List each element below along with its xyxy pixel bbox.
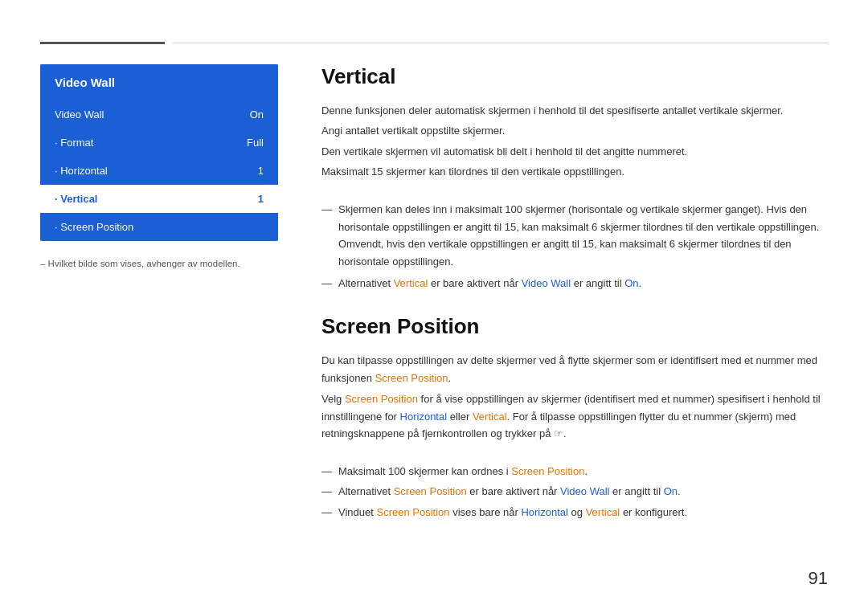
screenpos-note-3: ― Vinduet Screen Position vises bare når… [321,504,828,521]
section-screenposition-body: Du kan tilpasse oppstillingen av delte s… [321,352,828,521]
top-bar-left-line [40,42,165,44]
sidebar-item-format-label: · Format [55,137,93,149]
sidebar-item-vertical-value: 1 [258,193,264,205]
vertical-note-2-text: Alternativet Vertical er bare aktivert n… [338,275,641,292]
sidebar-item-videowall-label: Video Wall [55,108,104,121]
sidebar-item-horizontal-label: · Horizontal [55,165,108,177]
vertical-note-2: ― Alternativet Vertical er bare aktivert… [321,275,828,292]
sidebar-note: – Hvilket bilde som vises, avhenger av m… [40,259,278,268]
sidebar: Video Wall Video Wall On · Format Full ·… [40,64,278,268]
screenpos-note-1-text: Maksimalt 100 skjermer kan ordnes i Scre… [338,463,588,480]
sidebar-item-vertical[interactable]: · Vertical 1 [40,185,278,213]
section-screenposition-title: Screen Position [321,314,828,339]
vertical-para-3: Den vertikale skjermen vil automatisk bl… [321,143,828,160]
section-vertical-title: Vertical [321,64,828,89]
sidebar-item-vertical-label: · Vertical [55,193,97,205]
vertical-note-1-text: Skjermen kan deles inn i maksimalt 100 s… [338,201,828,270]
section-vertical: Vertical Denne funksjonen deler automati… [321,64,828,292]
sidebar-item-format-value: Full [247,137,264,149]
sidebar-item-format[interactable]: · Format Full [40,129,278,157]
sidebar-item-horizontal[interactable]: · Horizontal 1 [40,157,278,185]
section-screenposition: Screen Position Du kan tilpasse oppstill… [321,314,828,521]
vertical-para-4: Maksimalt 15 skjermer kan tilordnes til … [321,163,828,180]
note-dash-3: ― [321,463,332,480]
main-content: Vertical Denne funksjonen deler automati… [321,64,828,524]
note-dash-1: ― [321,201,332,218]
sidebar-item-horizontal-value: 1 [258,165,264,177]
note-dash-2: ― [321,275,332,292]
screenpos-note-1: ― Maksimalt 100 skjermer kan ordnes i Sc… [321,463,828,480]
screenpos-para-1: Du kan tilpasse oppstillingen av delte s… [321,352,828,386]
screenpos-note-3-text: Vinduet Screen Position vises bare når H… [338,504,687,521]
top-bar-right-line [173,43,828,43]
sidebar-menu: Video Wall Video Wall On · Format Full ·… [40,64,278,241]
vertical-para-1: Denne funksjonen deler automatisk skjerm… [321,102,828,119]
screenpos-note-2: ― Alternativet Screen Position er bare a… [321,483,828,500]
section-vertical-body: Denne funksjonen deler automatisk skjerm… [321,102,828,292]
sidebar-item-screenposition-label: · Screen Position [55,221,133,233]
top-bar [40,42,828,44]
sidebar-item-screenposition[interactable]: · Screen Position [40,213,278,241]
vertical-para-2: Angi antallet vertikalt oppstilte skjerm… [321,122,828,139]
note-dash-5: ― [321,504,332,521]
sidebar-item-videowall-value: On [250,108,264,121]
sidebar-item-videowall[interactable]: Video Wall On [40,100,278,129]
page-number: 91 [809,568,828,589]
vertical-note-1: ― Skjermen kan deles inn i maksimalt 100… [321,201,828,270]
note-dash-4: ― [321,483,332,500]
sidebar-title: Video Wall [40,64,278,100]
screenpos-note-2-text: Alternativet Screen Position er bare akt… [338,483,681,500]
screenpos-para-2: Velg Screen Position for å vise oppstill… [321,390,828,442]
